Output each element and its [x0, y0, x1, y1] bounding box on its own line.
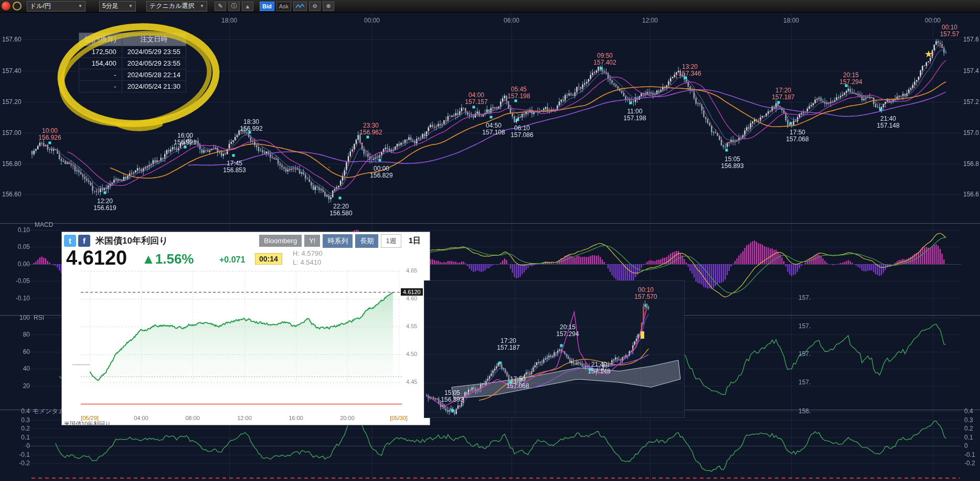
momentum-tick-label-right: 0.2	[964, 425, 973, 432]
timeframe-select[interactable]: 5分足 ▼	[99, 1, 136, 12]
chart-annotation: 00:10157.570	[634, 287, 657, 300]
chart-annotation: 17:20157.187	[497, 338, 519, 351]
annotation-price: 157.402	[593, 59, 616, 66]
annotation-price: 157.148	[877, 122, 899, 129]
annotation-marker-icon	[509, 381, 512, 384]
annotation-price: 157.294	[556, 331, 579, 338]
rsi-tick-label: 40	[4, 365, 30, 372]
price-axis-label-left: 156.60	[2, 191, 24, 198]
trading-app: ドル/円 ▼ 5分足 ▼ テクニカル選択 ▼ ✎ ⓘ ▲ Bid Ask ⊖ ⊕…	[0, 0, 980, 481]
currency-pair-select[interactable]: ドル/円 ▼	[27, 1, 86, 12]
low-value: L: 4.5410	[293, 258, 321, 266]
annotation-marker-icon	[490, 116, 493, 119]
order-datetime: 2024/05/29 23:55	[122, 46, 186, 58]
current-value-tag: 4.6120	[401, 288, 423, 296]
momentum-tick-label: -0.1	[4, 451, 30, 458]
momentum-tick-label-right: -0.1	[964, 451, 975, 458]
annotation-price: 157.57	[940, 31, 960, 38]
chart-annotation: 21:40157.148	[877, 116, 899, 129]
inset-price-label: 157.	[798, 322, 811, 330]
chart-annotation: 17:20157.187	[772, 87, 794, 101]
annotation-price: 156.921	[174, 139, 196, 146]
treasury-button-week1[interactable]: 1週	[381, 234, 401, 248]
annotation-marker-icon	[515, 100, 517, 102]
inset-price-label: 157.	[798, 379, 811, 386]
treasury-button-longterm[interactable]: 長期	[355, 234, 378, 248]
macd-tick-label: 0.00	[4, 260, 30, 268]
price-axis-label-left: 157.00	[2, 129, 24, 137]
price-axis-label-left: 157.20	[2, 98, 24, 106]
treasury-x-axis-label: 12:00	[237, 415, 252, 421]
annotation-marker-icon	[339, 197, 342, 200]
draw-tool-button[interactable]: ✎	[215, 2, 226, 11]
pencil-icon: ✎	[218, 3, 222, 9]
brand-icon	[13, 2, 22, 11]
treasury-window-header: t f 米国債10年利回り BloombergY!時系列長期1週1日	[62, 232, 430, 248]
treasury-y-axis-label: 4.65	[406, 267, 417, 274]
annotation-marker-icon	[630, 102, 632, 104]
annotation-marker-icon	[726, 149, 728, 152]
chart-annotation: 00:00156.829	[370, 165, 392, 179]
treasury-button-timeseries[interactable]: 時系列	[323, 234, 353, 248]
macd-panel-label: MACD	[35, 221, 53, 228]
macd-tick-label: 0.05	[4, 243, 30, 250]
momentum-tick-label: 0.1	[4, 434, 30, 441]
order-profit: -	[79, 81, 122, 92]
order-row[interactable]: 172,500 2024/05/29 23:55	[79, 46, 186, 58]
price-axis-label-right: 156.6	[963, 191, 979, 198]
annotation-marker-icon	[517, 119, 519, 121]
technical-label: テクニカル選択	[150, 2, 194, 11]
high-low-values: H: 4.5790 L: 4.5410	[293, 249, 322, 267]
technical-select[interactable]: テクニカル選択 ▼	[146, 1, 207, 12]
ask-button[interactable]: Ask	[276, 2, 291, 11]
annotation-price: 157.570	[634, 294, 657, 300]
chevron-down-icon: ▼	[200, 4, 204, 8]
facebook-share-icon[interactable]: f	[78, 235, 90, 247]
momentum-tick-label: 0	[4, 442, 30, 449]
treasury-y-axis-label: 4.60	[406, 295, 417, 301]
order-row[interactable]: - 2024/05/24 21:30	[79, 81, 186, 92]
chart-annotation: 12:20156.619	[93, 198, 116, 212]
annotation-marker-icon	[499, 362, 502, 364]
annotation-price: 156.580	[329, 210, 352, 217]
yield-change-percent: ▲1.56%	[142, 251, 194, 267]
price-axis-label-left: 156.80	[2, 160, 24, 168]
time-axis-label: 00:00	[925, 17, 941, 24]
zoom-in-button[interactable]: ⊕	[323, 2, 334, 11]
treasury-button-yahoo[interactable]: Y!	[304, 235, 320, 247]
change-percent-value: 1.56%	[155, 251, 194, 267]
annotation-marker-icon	[590, 368, 593, 371]
zoom-out-button[interactable]: ⊖	[309, 2, 321, 11]
orders-header-row: 益(円換算) 注文日時	[79, 33, 186, 46]
indicator-wave-button[interactable]	[293, 2, 307, 11]
order-datetime: 2024/05/24 21:30	[122, 81, 186, 92]
time-axis-label: 12:00	[642, 17, 658, 24]
treasury-button-bloomberg[interactable]: Bloomberg	[259, 235, 302, 247]
annotation-price: 157.187	[497, 344, 519, 351]
treasury-button-day1[interactable]: 1日	[404, 234, 425, 248]
chart-annotation: 09:50157.402	[593, 53, 616, 66]
treasury-y-axis-label: 4.45	[406, 379, 417, 385]
treasury-x-axis-label: 08:00	[185, 415, 200, 421]
annotation-marker-icon	[452, 410, 454, 412]
twitter-share-icon[interactable]: t	[64, 235, 76, 247]
annotation-price: 156.829	[370, 172, 392, 179]
price-axis-label-left: 157.40	[2, 67, 24, 75]
rsi-tick-label: 100	[4, 314, 30, 321]
info-button[interactable]: ⓘ	[228, 2, 240, 11]
momentum-tick-label: -0.2	[4, 459, 30, 467]
price-axis-label-right: 157.6	[963, 36, 979, 43]
order-row[interactable]: 154,400 2024/05/29 23:55	[79, 58, 186, 69]
order-row[interactable]: - 2024/05/28 22:14	[79, 69, 186, 81]
chart-style-button[interactable]: ▲	[242, 2, 253, 11]
macd-tick-label: -0.05	[4, 277, 30, 285]
macd-tick-label: 0.10	[4, 226, 30, 234]
high-value: H: 4.5790	[293, 249, 322, 257]
currency-pair-label: ドル/円	[30, 2, 51, 11]
rsi-panel-label: RSI	[34, 314, 44, 321]
last-quote-annotation: 00:10 157.57	[940, 24, 960, 38]
bid-button[interactable]: Bid	[260, 2, 274, 11]
orders-table: 益(円換算) 注文日時 172,500 2024/05/29 23:55 154…	[79, 33, 186, 92]
treasury-y-axis-label: 4.50	[406, 351, 417, 357]
yield-value: 4.6120	[66, 247, 127, 269]
